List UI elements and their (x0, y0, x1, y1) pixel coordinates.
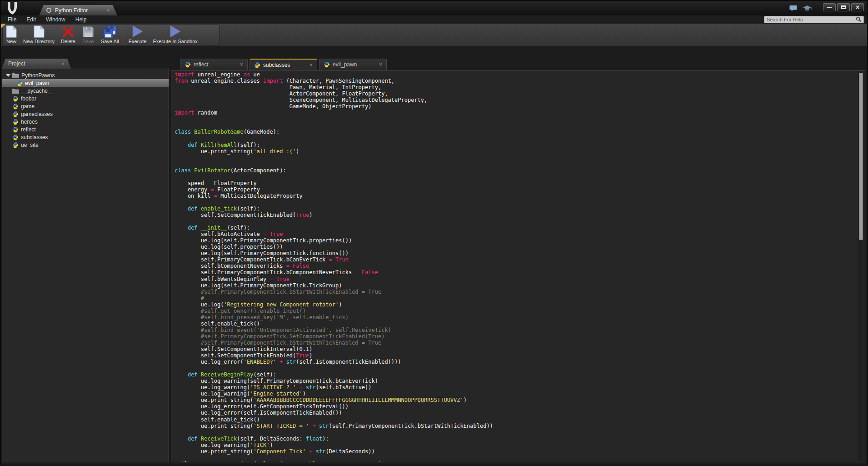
vertical-scrollbar[interactable] (858, 71, 863, 461)
app-tab-close-icon[interactable]: × (107, 7, 110, 14)
project-tab-close-icon[interactable]: × (62, 61, 65, 66)
tree-item-reflect[interactable]: reflect (2, 125, 169, 133)
search-help-input[interactable]: Search For Help (764, 16, 864, 23)
tab-subclasses[interactable]: subclasses× (249, 59, 317, 70)
code-line: #self.PrimaryComponentTick.bStartWithTic… (175, 340, 856, 346)
code-line: speed = FloatProperty (175, 180, 856, 186)
toolbar: NewNew DirectoryDeleteSaveSave AllExecut… (1, 24, 867, 47)
tree-item-label: evil_pawn (25, 80, 49, 86)
code-line: self.SetComponentTickInterval(0.1) (175, 346, 856, 352)
tree-item-label: heroes (21, 119, 38, 125)
delete-button[interactable]: Delete (58, 25, 79, 45)
python-file-icon (12, 142, 19, 148)
workspace: Project × PythonPawnsevil_pawn__pycache_… (1, 47, 867, 465)
code-line: ue.log_error(self.GetComponentTickInterv… (175, 403, 856, 410)
code-editor[interactable]: import unreal_engine as uefrom unreal_en… (171, 70, 865, 462)
menu-file[interactable]: File (3, 16, 21, 23)
code-line (175, 218, 856, 225)
tree-item-foobar[interactable]: foobar (2, 95, 169, 102)
code-line: self.bAutoActivate = True (175, 231, 856, 237)
tab-reflect[interactable]: reflect× (180, 59, 248, 70)
new-directory-label: New Directory (23, 39, 55, 44)
close-button[interactable]: × (851, 3, 864, 11)
toolbar-button-well: NewNew DirectoryDeleteSaveSave AllExecut… (2, 25, 219, 45)
new-file-icon (6, 25, 17, 38)
python-file-icon (12, 103, 19, 110)
code-line: ue.log_warning(self.PrimaryComponentTick… (175, 378, 856, 384)
play-triangle-icon (131, 25, 144, 38)
project-tree: PythonPawnsevil_pawn__pycache__foobargam… (2, 69, 169, 462)
menu-edit[interactable]: Edit (21, 16, 41, 23)
tab-project[interactable]: Project × (2, 59, 71, 69)
code-line: def __init__(self): (175, 225, 856, 231)
tree-item-label: PythonPawns (21, 72, 55, 79)
menu-help[interactable]: Help (70, 16, 92, 23)
tree-item-heroes[interactable]: heroes (2, 118, 169, 125)
editor-tabs: reflect×subclasses×evil_pawn× (180, 59, 387, 70)
code-line: def enable_tick(self): (175, 205, 856, 212)
tab-close-icon[interactable]: × (240, 61, 243, 68)
tab-evil_pawn[interactable]: evil_pawn× (319, 59, 387, 70)
code-line: self.bWantsBeginPlay = True (175, 276, 856, 282)
code-line: #self.PrimaryComponentTick.SetComponentT… (175, 333, 856, 340)
python-file-icon (254, 62, 260, 68)
code-line: self.PrimaryComponentTick.bCanEverTick =… (175, 256, 856, 263)
code-line: ActorComponent, FloatProperty, (175, 90, 856, 97)
tree-item-label: game (21, 103, 35, 110)
tree-item-ue-site[interactable]: ue_site (2, 141, 169, 149)
scrollbar-thumb[interactable] (859, 73, 863, 241)
python-editor-window: Python Editor × × FileEditWindowHelp Sea… (0, 0, 868, 466)
code-line: self.SetComponentTickEnabled(True) (175, 212, 856, 218)
execute-in-sandbox-button[interactable]: Execute In Sandbox (150, 25, 200, 45)
code-line (175, 116, 856, 122)
delete-label: Delete (61, 39, 75, 44)
editor-panel: reflect×subclasses×evil_pawn× import unr… (171, 47, 865, 462)
circle-ring-icon (46, 8, 51, 13)
app-tab-python-editor[interactable]: Python Editor × (39, 5, 117, 15)
tab-label: evil_pawn (333, 61, 377, 68)
save-label: Save (82, 39, 94, 44)
tree-item---pycache--[interactable]: __pycache__ (2, 87, 169, 95)
python-file-icon (12, 126, 19, 133)
minimize-button[interactable] (823, 3, 836, 11)
project-tab-label: Project (8, 60, 62, 67)
menu-window[interactable]: Window (41, 16, 70, 23)
code-line (175, 365, 856, 371)
code-line (175, 174, 856, 180)
new-directory-button[interactable]: New Directory (20, 25, 58, 45)
new-file-icon (34, 25, 45, 38)
tab-close-icon[interactable]: × (379, 61, 382, 68)
code-line (175, 455, 856, 461)
code-line (175, 122, 856, 129)
code-line (175, 135, 856, 141)
chat-bubble-icon[interactable] (789, 5, 797, 14)
expand-arrow-icon[interactable] (6, 74, 10, 77)
app-tab-title: Python Editor (55, 7, 104, 14)
minimize-icon (827, 7, 832, 8)
code-line: ue.print_string('Component Tick' + str(D… (175, 448, 856, 455)
tutorial-cap-icon[interactable] (803, 5, 812, 14)
unreal-engine-logo-icon (5, 2, 19, 15)
titlebar-right-icons (789, 5, 812, 14)
search-placeholder: Search For Help (767, 17, 856, 22)
code-line: from unreal_engine.classes import (Chara… (175, 78, 856, 84)
code-line: on_kill = MulticastDelegateProperty (175, 193, 856, 199)
execute-button[interactable]: Execute (125, 25, 150, 45)
tree-item-gameclasses[interactable]: gameclasses (2, 110, 169, 118)
code-line (175, 199, 856, 205)
code-line (175, 161, 856, 167)
tree-item-evil-pawn[interactable]: evil_pawn (2, 79, 169, 87)
code-line: ue.log(self.PrimaryComponentTick.functio… (175, 250, 856, 256)
code-line: ue.log('Registering new Component rotato… (175, 301, 856, 308)
tree-item-label: ue_site (21, 142, 39, 148)
floppy-gray-icon (82, 25, 95, 38)
code-line: ue.log_warning('Engine started') (175, 391, 856, 397)
code-line (175, 155, 856, 161)
maximize-button[interactable] (837, 3, 850, 11)
code-line: self.PrimaryComponentTick.bComponentNeve… (175, 269, 856, 276)
save-all-button[interactable]: Save All (98, 25, 122, 45)
tree-item-PythonPawns[interactable]: PythonPawns (2, 71, 169, 79)
tree-item-game[interactable]: game (2, 102, 169, 110)
tree-item-subclasses[interactable]: subclasses (2, 133, 169, 141)
tab-close-icon[interactable]: × (309, 62, 313, 68)
